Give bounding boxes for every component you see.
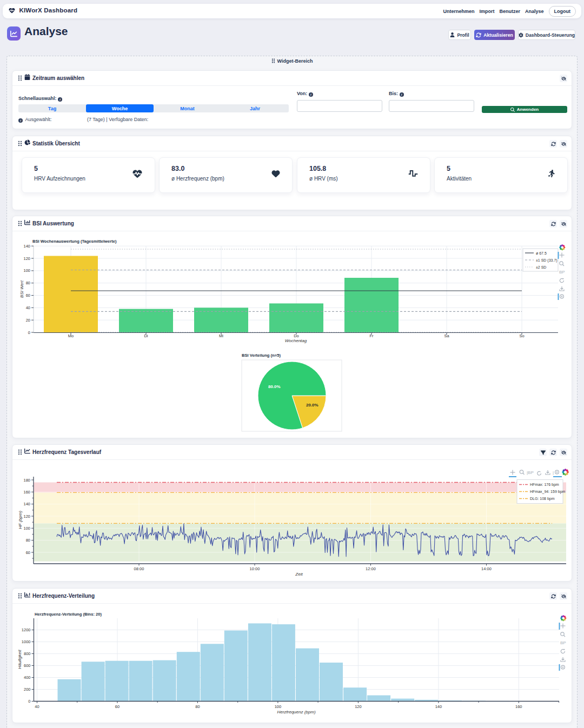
svg-text:400: 400	[24, 675, 31, 680]
svg-text:60: 60	[26, 293, 30, 298]
svg-text:800: 800	[24, 651, 31, 656]
svg-text:0: 0	[28, 699, 30, 704]
svg-text:|BP: |BP	[527, 470, 534, 475]
svg-text:80: 80	[26, 280, 30, 285]
svg-text:HF (bpm): HF (bpm)	[18, 511, 23, 529]
svg-text:14:00: 14:00	[481, 566, 492, 571]
svg-text:600: 600	[24, 663, 31, 668]
svg-text:±2 SD: ±2 SD	[536, 265, 546, 269]
svg-text:ø 67.5: ø 67.5	[536, 251, 547, 255]
svg-text:120: 120	[23, 256, 30, 261]
svg-text:60: 60	[26, 550, 30, 555]
svg-text:08:00: 08:00	[134, 566, 144, 571]
svg-text:±1 SD (33.7): ±1 SD (33.7)	[536, 258, 558, 263]
svg-text:Di: Di	[144, 333, 148, 338]
svg-text:BP: BP	[559, 270, 565, 275]
svg-text:100: 100	[275, 704, 282, 709]
svg-text:Herzfrequenz (bpm): Herzfrequenz (bpm)	[277, 710, 315, 714]
svg-text:0: 0	[28, 330, 30, 335]
svg-text:100: 100	[23, 526, 30, 531]
svg-text:Mo: Mo	[68, 333, 74, 338]
svg-text:BSI Verteilung (n=5): BSI Verteilung (n=5)	[242, 353, 281, 358]
svg-text:Herzfrequenz-Verteilung (Bins:: Herzfrequenz-Verteilung (Bins: 20)	[35, 612, 102, 617]
svg-text:Sa: Sa	[444, 333, 449, 338]
svg-text:|: |	[553, 470, 554, 475]
svg-text:80: 80	[195, 704, 200, 709]
svg-text:Do: Do	[294, 333, 299, 338]
svg-text:160: 160	[23, 490, 30, 495]
svg-text:40: 40	[35, 704, 39, 709]
svg-text:12:00: 12:00	[366, 566, 376, 571]
svg-text:140: 140	[435, 704, 442, 709]
svg-text:BP: BP	[560, 640, 566, 645]
svg-text:Mi: Mi	[219, 333, 223, 338]
svg-text:80.0%: 80.0%	[268, 384, 281, 389]
svg-text:20.0%: 20.0%	[306, 403, 318, 408]
svg-text:1200: 1200	[22, 627, 31, 632]
svg-text:60: 60	[115, 704, 120, 709]
svg-text:80: 80	[26, 538, 30, 543]
svg-text:Fr: Fr	[369, 333, 374, 338]
svg-text:20: 20	[26, 318, 30, 323]
svg-text:160: 160	[515, 704, 522, 709]
svg-text:140: 140	[23, 502, 30, 506]
svg-text:So: So	[519, 333, 524, 338]
svg-text:120: 120	[355, 704, 362, 709]
svg-text:HFmax: 176 bpm: HFmax: 176 bpm	[530, 483, 559, 487]
svg-text:1000: 1000	[22, 639, 31, 644]
svg-text:180: 180	[23, 478, 30, 483]
svg-text:HFmax_94: 159 bpm: HFmax_94: 159 bpm	[530, 490, 566, 494]
svg-text:Wochentag: Wochentag	[285, 338, 307, 343]
svg-text:120: 120	[23, 514, 30, 519]
svg-text:DLG: 108 bpm: DLG: 108 bpm	[530, 497, 555, 501]
svg-text:200: 200	[24, 687, 31, 692]
svg-text:140: 140	[23, 244, 30, 249]
svg-text:BSI Wochenauswertung (Tagesmit: BSI Wochenauswertung (Tagesmittelwerte)	[32, 239, 117, 244]
svg-text:Häufigkeit: Häufigkeit	[17, 649, 22, 669]
svg-text:40: 40	[26, 305, 30, 310]
svg-text:100: 100	[23, 268, 30, 273]
svg-text:Zeit: Zeit	[295, 572, 303, 577]
svg-text:10:00: 10:00	[250, 566, 260, 571]
svg-text:BSI Wert: BSI Wert	[19, 280, 24, 298]
